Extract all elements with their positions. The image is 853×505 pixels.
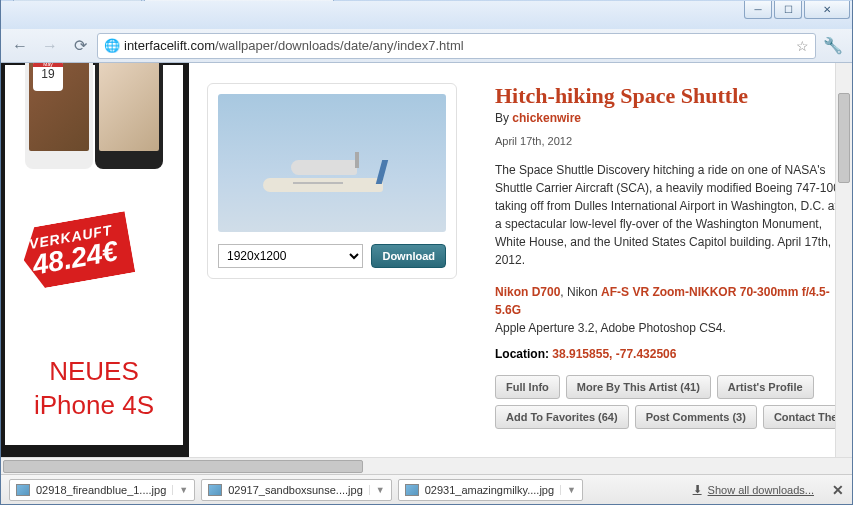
tab-interfacelift[interactable]: IFL InterfaceLIFT: Wallpaper so × [144, 0, 334, 1]
price-tag: VERKAUFT 48.24€ [18, 211, 135, 291]
camera-link[interactable]: Nikon D700 [495, 285, 560, 299]
horizontal-scrollbar[interactable] [1, 457, 852, 474]
chevron-down-icon[interactable]: ▼ [560, 485, 576, 495]
show-all-downloads-link[interactable]: ⬇ Show all downloads... [693, 483, 814, 496]
url-text: interfacelift.com/wallpaper/downloads/da… [124, 38, 792, 53]
forward-button[interactable]: → [37, 33, 63, 59]
download-filename: 02918_fireandblue_1....jpg [36, 484, 166, 496]
vertical-scrollbar[interactable] [835, 63, 852, 457]
downloads-bar: 02918_fireandblue_1....jpg ▼ 02917_sandb… [1, 474, 852, 504]
phone-image [95, 63, 163, 169]
full-info-button[interactable]: Full Info [495, 375, 560, 399]
bookmark-star-icon[interactable]: ☆ [796, 38, 809, 54]
action-buttons-row-2: Add To Favorites (64) Post Comments (3) … [495, 405, 852, 429]
chevron-down-icon[interactable]: ▼ [369, 485, 385, 495]
ad-headline: NEUES iPhone 4S [5, 355, 183, 423]
minimize-button[interactable]: ─ [744, 1, 772, 19]
ad-sidebar: May19 VERKAUFT 48.24€ NEUES iPhone 4S [1, 63, 189, 457]
download-item[interactable]: 02917_sandboxsunse....jpg ▼ [201, 479, 391, 501]
download-filename: 02917_sandboxsunse....jpg [228, 484, 363, 496]
close-button[interactable]: ✕ [804, 1, 850, 19]
page-content: May19 VERKAUFT 48.24€ NEUES iPhone 4S [1, 63, 852, 457]
image-file-icon [16, 484, 30, 496]
tab-flags[interactable]: ☢ chrome://flags × [13, 0, 142, 1]
action-buttons-row: Full Info More By This Artist (41) Artis… [495, 375, 852, 399]
globe-icon: 🌐 [104, 38, 120, 53]
window-titlebar: ─ ☐ ✕ [1, 1, 852, 29]
download-item[interactable]: 02931_amazingmilky....jpg ▼ [398, 479, 583, 501]
browser-toolbar: ← → ⟳ 🌐 interfacelift.com/wallpaper/down… [1, 29, 852, 63]
wallpaper-description: The Space Shuttle Discovery hitching a r… [495, 161, 852, 269]
coordinates-link[interactable]: 38.915855, -77.432506 [552, 347, 676, 361]
wallpaper-meta: Nikon D700, Nikon AF-S VR Zoom-NIKKOR 70… [495, 283, 852, 337]
main-content: 1920x1200 Download Hitch-hiking Space Sh… [189, 63, 852, 457]
wallpaper-info: Hitch-hiking Space Shuttle By chickenwir… [495, 83, 852, 429]
address-bar[interactable]: 🌐 interfacelift.com/wallpaper/downloads/… [97, 33, 816, 59]
wallpaper-card: 1920x1200 Download [207, 83, 457, 279]
image-file-icon [208, 484, 222, 496]
download-item[interactable]: 02918_fireandblue_1....jpg ▼ [9, 479, 195, 501]
wallpaper-location: Location: 38.915855, -77.432506 [495, 347, 852, 361]
chevron-down-icon[interactable]: ▼ [172, 485, 188, 495]
artist-profile-button[interactable]: Artist's Profile [717, 375, 814, 399]
wallpaper-date: April 17th, 2012 [495, 135, 852, 147]
resolution-select[interactable]: 1920x1200 [218, 244, 363, 268]
image-file-icon [405, 484, 419, 496]
phone-image: May19 [25, 63, 93, 169]
download-arrow-icon: ⬇ [693, 483, 702, 496]
back-button[interactable]: ← [7, 33, 33, 59]
wrench-menu-button[interactable]: 🔧 [820, 33, 846, 59]
add-favorites-button[interactable]: Add To Favorites (64) [495, 405, 629, 429]
close-downloads-bar-button[interactable]: ✕ [832, 482, 844, 498]
reload-button[interactable]: ⟳ [67, 33, 93, 59]
browser-window: ☢ chrome://flags × IFL InterfaceLIFT: Wa… [0, 0, 853, 505]
download-filename: 02931_amazingmilky....jpg [425, 484, 554, 496]
post-comments-button[interactable]: Post Comments (3) [635, 405, 757, 429]
tab-label: InterfaceLIFT: Wallpaper so [175, 0, 305, 2]
wallpaper-byline: By chickenwire [495, 111, 852, 125]
maximize-button[interactable]: ☐ [774, 1, 802, 19]
more-by-artist-button[interactable]: More By This Artist (41) [566, 375, 711, 399]
download-button[interactable]: Download [371, 244, 446, 268]
ad-banner[interactable]: May19 VERKAUFT 48.24€ NEUES iPhone 4S [5, 65, 183, 445]
wallpaper-thumbnail[interactable] [218, 94, 446, 232]
wallpaper-title[interactable]: Hitch-hiking Space Shuttle [495, 83, 852, 109]
artist-link[interactable]: chickenwire [512, 111, 581, 125]
